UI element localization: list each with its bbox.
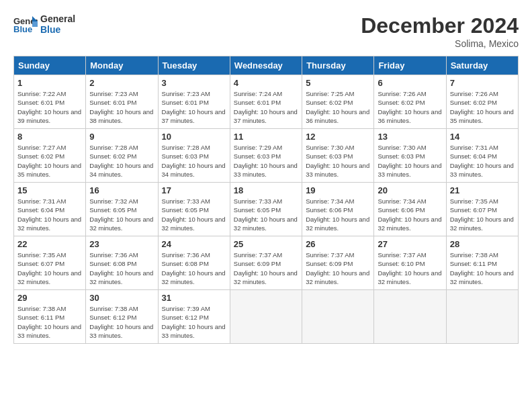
svg-marker-3 — [32, 21, 38, 27]
title-area: December 2024 Solima, Mexico — [361, 13, 519, 49]
table-row: 3 Sunrise: 7:23 AMSunset: 6:01 PMDayligh… — [158, 75, 230, 129]
cell-info: Sunrise: 7:37 AMSunset: 6:10 PMDaylight:… — [378, 250, 442, 286]
cell-info: Sunrise: 7:30 AMSunset: 6:03 PMDaylight:… — [378, 143, 442, 179]
table-row: 16 Sunrise: 7:32 AMSunset: 6:05 PMDaylig… — [86, 183, 158, 236]
table-row: 15 Sunrise: 7:31 AMSunset: 6:04 PMDaylig… — [14, 183, 86, 236]
cell-info: Sunrise: 7:34 AMSunset: 6:06 PMDaylight:… — [378, 197, 442, 232]
day-number: 17 — [162, 185, 226, 195]
cell-info: Sunrise: 7:28 AMSunset: 6:03 PMDaylight:… — [162, 143, 226, 179]
col-wednesday: Wednesday — [230, 56, 302, 75]
col-saturday: Saturday — [446, 56, 518, 75]
calendar-week-row: 22 Sunrise: 7:35 AMSunset: 6:07 PMDaylig… — [14, 236, 519, 290]
cell-info: Sunrise: 7:38 AMSunset: 6:11 PMDaylight:… — [450, 250, 515, 286]
day-number: 2 — [89, 78, 154, 88]
day-number: 6 — [378, 78, 442, 88]
cell-info: Sunrise: 7:26 AMSunset: 6:02 PMDaylight:… — [450, 89, 515, 125]
table-row: 28 Sunrise: 7:38 AMSunset: 6:11 PMDaylig… — [446, 236, 518, 290]
day-number: 5 — [306, 78, 370, 88]
table-row: 13 Sunrise: 7:30 AMSunset: 6:03 PMDaylig… — [374, 129, 446, 183]
table-row: 9 Sunrise: 7:28 AMSunset: 6:02 PMDayligh… — [86, 129, 158, 183]
table-row: 26 Sunrise: 7:37 AMSunset: 6:09 PMDaylig… — [302, 236, 374, 290]
cell-info: Sunrise: 7:23 AMSunset: 6:01 PMDaylight:… — [162, 89, 226, 125]
month-title: December 2024 — [361, 13, 519, 38]
day-number: 31 — [162, 293, 226, 303]
day-number: 4 — [234, 78, 298, 88]
cell-info: Sunrise: 7:37 AMSunset: 6:09 PMDaylight:… — [306, 250, 370, 286]
table-row: 2 Sunrise: 7:23 AMSunset: 6:01 PMDayligh… — [86, 75, 158, 129]
cell-info: Sunrise: 7:39 AMSunset: 6:12 PMDaylight:… — [162, 304, 226, 340]
cell-info: Sunrise: 7:27 AMSunset: 6:02 PMDaylight:… — [17, 143, 82, 179]
cell-info: Sunrise: 7:29 AMSunset: 6:03 PMDaylight:… — [234, 143, 298, 179]
day-number: 18 — [234, 185, 298, 195]
day-number: 24 — [162, 239, 226, 249]
col-thursday: Thursday — [302, 56, 374, 75]
table-row: 17 Sunrise: 7:33 AMSunset: 6:05 PMDaylig… — [158, 183, 230, 236]
calendar-week-row: 15 Sunrise: 7:31 AMSunset: 6:04 PMDaylig… — [14, 183, 519, 236]
cell-info: Sunrise: 7:30 AMSunset: 6:03 PMDaylight:… — [306, 143, 370, 179]
table-row: 30 Sunrise: 7:38 AMSunset: 6:12 PMDaylig… — [86, 290, 158, 344]
table-row — [302, 290, 374, 344]
table-row — [446, 290, 518, 344]
day-number: 15 — [17, 185, 82, 195]
cell-info: Sunrise: 7:23 AMSunset: 6:01 PMDaylight:… — [89, 89, 154, 125]
table-row: 4 Sunrise: 7:24 AMSunset: 6:01 PMDayligh… — [230, 75, 302, 129]
cell-info: Sunrise: 7:31 AMSunset: 6:04 PMDaylight:… — [17, 197, 82, 232]
day-number: 29 — [17, 293, 82, 303]
cell-info: Sunrise: 7:31 AMSunset: 6:04 PMDaylight:… — [450, 143, 515, 179]
cell-info: Sunrise: 7:24 AMSunset: 6:01 PMDaylight:… — [234, 89, 298, 125]
day-number: 16 — [89, 185, 154, 195]
table-row: 11 Sunrise: 7:29 AMSunset: 6:03 PMDaylig… — [230, 129, 302, 183]
logo-general: General — [40, 13, 75, 24]
table-row: 23 Sunrise: 7:36 AMSunset: 6:08 PMDaylig… — [86, 236, 158, 290]
table-row: 19 Sunrise: 7:34 AMSunset: 6:06 PMDaylig… — [302, 183, 374, 236]
table-row: 6 Sunrise: 7:26 AMSunset: 6:02 PMDayligh… — [374, 75, 446, 129]
table-row: 22 Sunrise: 7:35 AMSunset: 6:07 PMDaylig… — [14, 236, 86, 290]
table-row: 31 Sunrise: 7:39 AMSunset: 6:12 PMDaylig… — [158, 290, 230, 344]
calendar-header-row: Sunday Monday Tuesday Wednesday Thursday… — [14, 56, 519, 75]
table-row: 21 Sunrise: 7:35 AMSunset: 6:07 PMDaylig… — [446, 183, 518, 236]
day-number: 11 — [234, 132, 298, 142]
cell-info: Sunrise: 7:38 AMSunset: 6:12 PMDaylight:… — [89, 304, 154, 340]
table-row — [230, 290, 302, 344]
day-number: 22 — [17, 239, 82, 249]
day-number: 21 — [450, 185, 515, 195]
logo: General Blue General Blue — [13, 13, 75, 35]
location: Solima, Mexico — [361, 38, 519, 49]
cell-info: Sunrise: 7:26 AMSunset: 6:02 PMDaylight:… — [378, 89, 442, 125]
day-number: 8 — [17, 132, 82, 142]
calendar-week-row: 29 Sunrise: 7:38 AMSunset: 6:11 PMDaylig… — [14, 290, 519, 344]
cell-info: Sunrise: 7:37 AMSunset: 6:09 PMDaylight:… — [234, 250, 298, 286]
col-sunday: Sunday — [14, 56, 86, 75]
day-number: 7 — [450, 78, 515, 88]
table-row: 8 Sunrise: 7:27 AMSunset: 6:02 PMDayligh… — [14, 129, 86, 183]
calendar-table: Sunday Monday Tuesday Wednesday Thursday… — [13, 56, 519, 344]
table-row: 25 Sunrise: 7:37 AMSunset: 6:09 PMDaylig… — [230, 236, 302, 290]
col-monday: Monday — [86, 56, 158, 75]
svg-text:Blue: Blue — [13, 24, 32, 34]
table-row: 1 Sunrise: 7:22 AMSunset: 6:01 PMDayligh… — [14, 75, 86, 129]
day-number: 23 — [89, 239, 154, 249]
day-number: 12 — [306, 132, 370, 142]
table-row: 20 Sunrise: 7:34 AMSunset: 6:06 PMDaylig… — [374, 183, 446, 236]
day-number: 28 — [450, 239, 515, 249]
calendar-week-row: 1 Sunrise: 7:22 AMSunset: 6:01 PMDayligh… — [14, 75, 519, 129]
day-number: 27 — [378, 239, 442, 249]
day-number: 25 — [234, 239, 298, 249]
col-friday: Friday — [374, 56, 446, 75]
cell-info: Sunrise: 7:36 AMSunset: 6:08 PMDaylight:… — [89, 250, 154, 286]
table-row: 24 Sunrise: 7:36 AMSunset: 6:08 PMDaylig… — [158, 236, 230, 290]
logo-blue: Blue — [40, 24, 75, 35]
table-row: 18 Sunrise: 7:33 AMSunset: 6:05 PMDaylig… — [230, 183, 302, 236]
cell-info: Sunrise: 7:33 AMSunset: 6:05 PMDaylight:… — [234, 197, 298, 232]
page-header: General Blue General Blue December 2024 … — [13, 13, 519, 49]
table-row: 29 Sunrise: 7:38 AMSunset: 6:11 PMDaylig… — [14, 290, 86, 344]
cell-info: Sunrise: 7:33 AMSunset: 6:05 PMDaylight:… — [162, 197, 226, 232]
table-row — [374, 290, 446, 344]
day-number: 10 — [162, 132, 226, 142]
cell-info: Sunrise: 7:22 AMSunset: 6:01 PMDaylight:… — [17, 89, 82, 125]
cell-info: Sunrise: 7:35 AMSunset: 6:07 PMDaylight:… — [17, 250, 82, 286]
day-number: 1 — [17, 78, 82, 88]
table-row: 27 Sunrise: 7:37 AMSunset: 6:10 PMDaylig… — [374, 236, 446, 290]
table-row: 5 Sunrise: 7:25 AMSunset: 6:02 PMDayligh… — [302, 75, 374, 129]
cell-info: Sunrise: 7:34 AMSunset: 6:06 PMDaylight:… — [306, 197, 370, 232]
